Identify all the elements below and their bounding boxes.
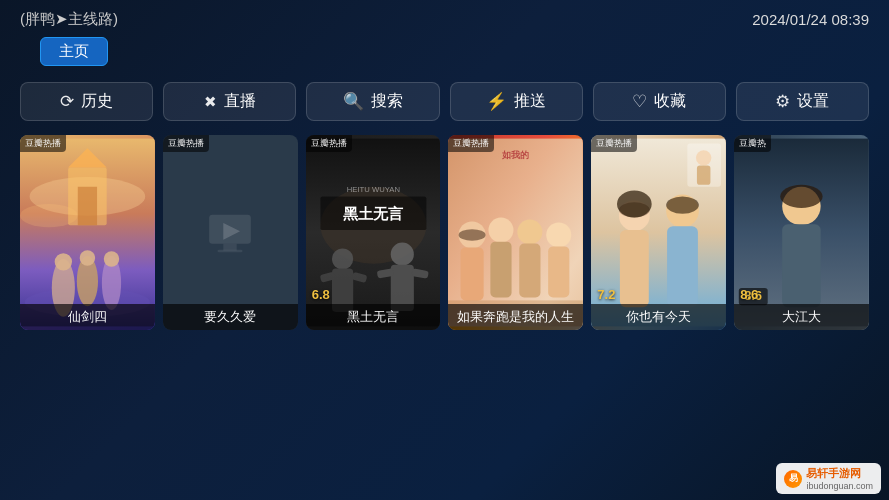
svg-text:如我的: 如我的 [501, 150, 529, 160]
svg-rect-48 [667, 226, 698, 307]
favorites-icon: ♡ [632, 91, 647, 112]
nav-settings-label: 设置 [797, 91, 829, 112]
svg-rect-38 [520, 244, 541, 298]
svg-rect-40 [549, 246, 570, 297]
card-6-badge: 豆瓣热 [734, 135, 771, 152]
nav-bar: ⟳ 历史 ✖ 直播 🔍 搜索 ⚡ 推送 ♡ 收藏 ⚙ 设置 [0, 82, 889, 121]
card-3-badge: 豆瓣热播 [306, 135, 352, 152]
route-title: (胖鸭➤主线路) [20, 10, 118, 29]
svg-point-51 [696, 150, 711, 165]
svg-point-35 [489, 218, 514, 243]
card-dajiang[interactable]: 8.6 豆瓣热 8.6 大江大 [734, 135, 869, 330]
nav-live[interactable]: ✖ 直播 [163, 82, 296, 121]
svg-point-49 [666, 196, 699, 213]
card-2-badge: 豆瓣热播 [163, 135, 209, 152]
card-1-title: 仙剑四 [20, 304, 155, 330]
card-niyeyou[interactable]: 豆瓣热播 7.2 你也有今天 [591, 135, 726, 330]
nav-history[interactable]: ⟳ 历史 [20, 82, 153, 121]
watermark-icon: 易 [784, 470, 802, 488]
card-3-title: 黑土无言 [306, 304, 441, 330]
card-5-title: 你也有今天 [591, 304, 726, 330]
watermark-text: 易轩手游网 ibudonguan.com [806, 466, 873, 491]
svg-rect-14 [224, 243, 237, 250]
card-5-score: 7.2 [597, 287, 615, 302]
live-icon: ✖ [204, 93, 217, 111]
card-heitu[interactable]: 黑土无言 HEITU WUYAN 豆瓣热播 6.8 黑土无言 [306, 135, 441, 330]
svg-rect-44 [620, 230, 649, 307]
search-icon: 🔍 [343, 91, 364, 112]
svg-text:黑土无言: 黑土无言 [343, 205, 404, 222]
svg-point-23 [390, 243, 413, 266]
watermark-main: 易轩手游网 [806, 466, 873, 481]
svg-point-19 [332, 248, 353, 269]
nav-settings[interactable]: ⚙ 设置 [736, 82, 869, 121]
nav-favorites[interactable]: ♡ 收藏 [593, 82, 726, 121]
watermark: 易 易轩手游网 ibudonguan.com [776, 463, 881, 494]
svg-point-39 [547, 222, 572, 247]
card-2-title: 要久久爱 [163, 304, 298, 330]
svg-point-56 [780, 185, 822, 208]
svg-rect-52 [697, 166, 710, 185]
nav-search-label: 搜索 [371, 91, 403, 112]
card-6-score: 8.6 [740, 287, 758, 302]
card-4-title: 如果奔跑是我的人生 [448, 304, 583, 330]
history-icon: ⟳ [60, 91, 74, 112]
card-4-badge: 豆瓣热播 [448, 135, 494, 152]
svg-text:HEITU WUYAN: HEITU WUYAN [346, 185, 399, 194]
push-icon: ⚡ [486, 91, 507, 112]
card-1-artwork [20, 135, 155, 330]
svg-point-37 [518, 219, 543, 244]
datetime: 2024/01/24 08:39 [752, 11, 869, 28]
card-6-title: 大江大 [734, 304, 869, 330]
watermark-sub: ibudonguan.com [806, 481, 873, 491]
card-1-badge: 豆瓣热播 [20, 135, 66, 152]
card-yaojiu[interactable]: 豆瓣热播 要久久爱 [163, 135, 298, 330]
card-ruguobenpao[interactable]: 如我的 豆瓣热播 如果奔跑是我的人生 [448, 135, 583, 330]
svg-point-12 [80, 250, 95, 265]
nav-live-label: 直播 [224, 91, 256, 112]
svg-point-46 [617, 191, 652, 218]
card-xianjian[interactable]: 豆瓣热播 仙剑四 [20, 135, 155, 330]
settings-icon: ⚙ [775, 91, 790, 112]
nav-search[interactable]: 🔍 搜索 [306, 82, 439, 121]
main-page-button[interactable]: 主页 [40, 37, 108, 66]
content-row: 豆瓣热播 仙剑四 豆瓣热播 要久久爱 [0, 135, 889, 330]
svg-point-10 [104, 251, 119, 266]
header: (胖鸭➤主线路) 2024/01/24 08:39 [0, 0, 889, 35]
nav-history-label: 历史 [81, 91, 113, 112]
placeholder-play-icon [205, 208, 255, 258]
nav-favorites-label: 收藏 [654, 91, 686, 112]
svg-rect-5 [78, 187, 97, 226]
card-5-badge: 豆瓣热播 [591, 135, 637, 152]
card-4-artwork: 如我的 [448, 135, 583, 330]
card-3-score: 6.8 [312, 287, 330, 302]
svg-point-8 [55, 253, 72, 270]
main-page-btn-wrapper: 主页 [0, 35, 889, 74]
svg-point-34 [459, 229, 486, 241]
svg-rect-55 [782, 224, 821, 307]
nav-push[interactable]: ⚡ 推送 [450, 82, 583, 121]
nav-push-label: 推送 [514, 91, 546, 112]
svg-rect-15 [218, 249, 243, 252]
svg-rect-33 [461, 247, 484, 300]
svg-rect-36 [491, 242, 512, 298]
